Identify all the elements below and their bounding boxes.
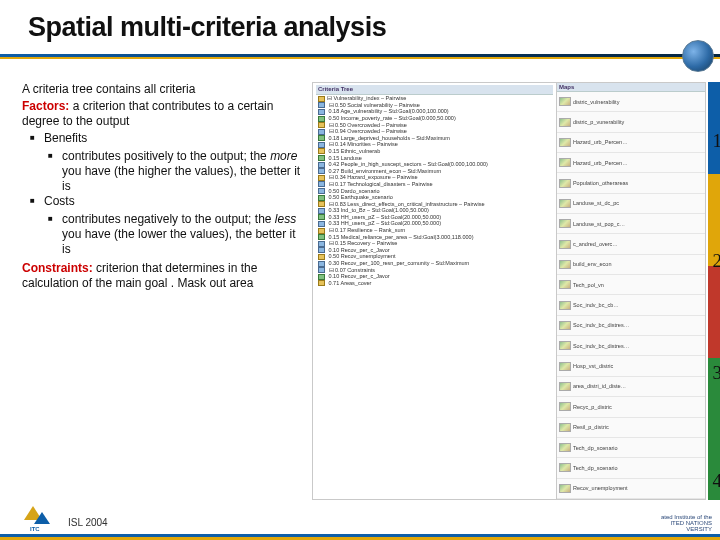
bullet-costs: Costs <box>22 194 304 209</box>
bullet-costs-sub: contributes negatively to the output; th… <box>22 212 304 257</box>
tree-row[interactable]: ⊟ 0.83 Less_direct_effects_on_critical_i… <box>316 201 553 208</box>
tree-row[interactable]: 0.10 Recov_per_c_Javor <box>316 273 553 280</box>
factors-line: Factors: a criterion that contributes to… <box>22 99 304 129</box>
tree-node-icon <box>318 241 325 247</box>
map-row[interactable]: Soc_indv_bc_distres… <box>557 336 705 356</box>
map-row[interactable]: Recov_unemployment <box>557 479 705 499</box>
map-thumb-icon <box>559 118 571 127</box>
unu-text: ated Institute of the ITED NATIONS VERSI… <box>661 514 712 532</box>
map-thumb-icon <box>559 260 571 269</box>
tree-row[interactable]: 0.50 Income_poverty_rate – Std:Goal(0.00… <box>316 115 553 122</box>
map-thumb-icon <box>559 341 571 350</box>
tree-row[interactable]: 0.15 Medical_reliance_per_area – Std:Goa… <box>316 234 553 241</box>
tree-row[interactable]: 0.15 Ethnic_vulnerab <box>316 148 553 155</box>
map-row[interactable]: Tech_pol_vn <box>557 275 705 295</box>
tree-node-icon <box>318 142 325 148</box>
tree-row[interactable]: ⊟ 0.14 Minorities – Pairwise <box>316 141 553 148</box>
map-thumb-icon <box>559 382 571 391</box>
tree-node-icon <box>318 129 325 135</box>
map-thumb-icon <box>559 463 571 472</box>
map-row[interactable]: Tech_dp_scenario <box>557 438 705 458</box>
map-row[interactable]: distric_p_vunerability <box>557 112 705 132</box>
map-row[interactable]: Soc_indv_bc_distres… <box>557 316 705 336</box>
tree-row[interactable]: ⊟ Vulnerability_index – Pairwise <box>316 95 553 102</box>
tree-row[interactable]: ⊟ 0.50 Overcrowded – Pairwise <box>316 122 553 129</box>
tree-row[interactable]: 0.50 Dardo_scenario <box>316 188 553 195</box>
tree-row[interactable]: 0.18 Age_vulnerability – Std:Goal(0.000,… <box>316 108 553 115</box>
bullet-benefits-sub: contributes positively to the output; th… <box>22 149 304 194</box>
map-thumb-icon <box>559 219 571 228</box>
tree-header: Criteria Tree <box>316 85 553 95</box>
tree-row[interactable]: 0.33 HH_users_pZ – Std:Goal(20.000,50.00… <box>316 214 553 221</box>
tree-row[interactable]: ⊟ 0.50 Social vulnerability – Pairwise <box>316 102 553 109</box>
map-row[interactable]: Hosp_vst_distric <box>557 356 705 376</box>
tree-row[interactable]: 0.71 Areas_cover <box>316 280 553 287</box>
tree-row[interactable]: 0.10 Recov_per_c_Javor <box>316 247 553 254</box>
tree-row[interactable]: 0.18 Large_deprived_households – Std:Max… <box>316 135 553 142</box>
tree-row[interactable]: 0.50 Recov_unemployment <box>316 253 553 260</box>
map-thumb-icon <box>559 97 571 106</box>
tree-row[interactable]: 0.33 Ind_to_Bz – Std:Goal(1.000,50.000) <box>316 207 553 214</box>
map-thumb-icon <box>559 301 571 310</box>
map-row[interactable]: Soc_indv_bc_cb… <box>557 295 705 315</box>
slide-title: Spatial multi-criteria analysis <box>0 0 720 49</box>
tree-row[interactable]: 0.33 HH_users_pZ – Std:Goal(20.000,50.00… <box>316 220 553 227</box>
map-row[interactable]: Tech_dp_scenario <box>557 458 705 478</box>
tree-node-icon <box>318 162 325 168</box>
map-row[interactable]: Resil_p_distric <box>557 418 705 438</box>
tree-row[interactable]: 0.30 Recov_per_100_resn_per_comunity – S… <box>316 260 553 267</box>
map-thumb-icon <box>559 362 571 371</box>
maps-header: Maps <box>557 83 705 92</box>
text-column: A criteria tree contains all criteria Fa… <box>22 82 312 500</box>
tree-node-icon <box>318 195 325 201</box>
tree-row[interactable]: 0.42 People_in_high_suscept_sectors – St… <box>316 161 553 168</box>
tree-node-icon <box>318 280 325 286</box>
map-row[interactable]: Landuse_st_pop_c… <box>557 214 705 234</box>
tree-node-icon <box>318 116 325 122</box>
globe-icon <box>682 40 714 72</box>
map-row[interactable]: Landuse_st_dc_pc <box>557 194 705 214</box>
maps-list[interactable]: Maps distric_vulnerabilitydistric_p_vune… <box>557 82 706 500</box>
map-thumb-icon <box>559 402 571 411</box>
map-row[interactable]: Population_otherareas <box>557 173 705 193</box>
map-row[interactable]: c_andred_overc… <box>557 234 705 254</box>
tree-row[interactable]: ⊟ 0.94 Overcrowded – Pairwise <box>316 128 553 135</box>
map-thumb-icon <box>559 443 571 452</box>
tree-node-icon <box>318 274 325 280</box>
map-row[interactable]: Hazard_urb_Percen… <box>557 133 705 153</box>
screenshot-panel: Criteria Tree ⊟ Vulnerability_index – Pa… <box>312 82 720 500</box>
tree-row[interactable]: ⊟ 0.07 Constraints <box>316 267 553 274</box>
tree-row[interactable]: ⊟ 0.15 Recovery – Pairwise <box>316 240 553 247</box>
map-row[interactable]: Hazard_urb_Percen… <box>557 153 705 173</box>
tree-node-icon <box>318 148 325 154</box>
annotation-2: 2 <box>713 250 721 272</box>
map-thumb-icon <box>559 138 571 147</box>
constraints-label: Constraints: <box>22 261 93 275</box>
content-area: A criteria tree contains all criteria Fa… <box>22 82 720 500</box>
tree-row[interactable]: 0.15 Landuse <box>316 155 553 162</box>
tree-row[interactable]: ⊟ 0.17 Technological_disasters – Pairwis… <box>316 181 553 188</box>
slide: Spatial multi-criteria analysis A criter… <box>0 0 720 540</box>
map-row[interactable]: Recyc_p_distric <box>557 397 705 417</box>
tree-row[interactable]: ⊟ 0.34 Hazard_exposure – Pairwise <box>316 174 553 181</box>
annotation-4: 4 <box>713 470 721 492</box>
map-row[interactable]: area_distri_id_diste… <box>557 377 705 397</box>
map-thumb-icon <box>559 423 571 432</box>
map-thumb-icon <box>559 199 571 208</box>
map-row[interactable]: build_env_econ <box>557 255 705 275</box>
map-thumb-icon <box>559 484 571 493</box>
tree-node-icon <box>318 96 325 102</box>
criteria-tree[interactable]: Criteria Tree ⊟ Vulnerability_index – Pa… <box>312 82 557 500</box>
app-panel: Criteria Tree ⊟ Vulnerability_index – Pa… <box>312 82 706 500</box>
tree-row[interactable]: 0.50 Earthquake_scenario <box>316 194 553 201</box>
annotation-3: 3 <box>713 362 721 384</box>
map-thumb-icon <box>559 321 571 330</box>
tree-row[interactable]: 0.27 Build_environment_econ – Std:Maximu… <box>316 168 553 175</box>
tree-row[interactable]: ⊟ 0.17 Resilience – Rank_sum <box>316 227 553 234</box>
map-row[interactable]: distric_vulnerability <box>557 92 705 112</box>
tree-node-icon <box>318 181 325 187</box>
map-thumb-icon <box>559 240 571 249</box>
intro-text: A criteria tree contains all criteria <box>22 82 304 97</box>
map-thumb-icon <box>559 280 571 289</box>
title-rule-accent <box>0 57 720 59</box>
